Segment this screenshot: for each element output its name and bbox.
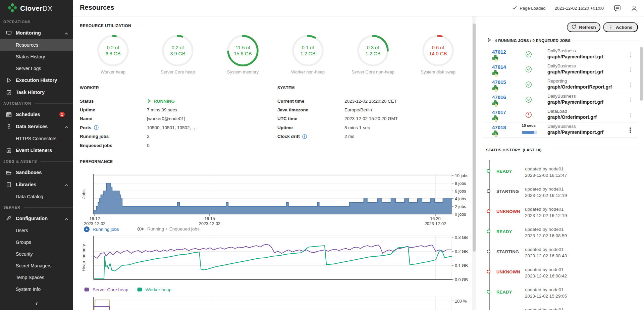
sidebar-item-schedules[interactable]: Schedules1 [0,108,73,120]
sidebar-item-configuration[interactable]: Configuration [0,212,73,224]
sidebar-item-status-history[interactable]: Status History [0,51,73,62]
info-row-utc-time: UTC time2023-12-02 15:20:20 GMT [277,114,398,123]
info-icon[interactable] [302,134,307,139]
status-updated-by: updated by node01 [525,287,564,292]
sidebar-item-temp-spaces[interactable]: Temp Spaces [0,271,73,283]
play-outline-green-icon [147,99,151,103]
sidebar-item-data-catalog[interactable]: Data Catalog [0,191,73,202]
info-row-running-jobs: Running jobs2 [80,132,150,141]
job-row-47015[interactable]: 47015 Reporting graph/OrderImportReport.… [483,77,637,92]
job-id-link[interactable]: 47014 [492,64,506,70]
status-updated-by: updated by node01 [525,267,564,272]
info-row-enqueued-jobs: Enqueued jobs0 [80,141,150,150]
sidebar-section-header: AUTOMATION [0,98,73,108]
sidebar-collapse-button[interactable]: ‹ [0,297,73,310]
job-id-link[interactable]: 47017 [492,109,506,115]
feedback-bubble-icon[interactable] [614,5,621,12]
sidebar-item-event-listeners[interactable]: Event Listeners [0,144,73,156]
sidebar-item-sandboxes[interactable]: Sandboxes [0,166,73,178]
status-updated-by: updated by node01 [525,227,564,232]
status-dot [487,270,490,273]
legend-item-server-core-heap[interactable]: Server Core heap [84,287,128,292]
sidebar-item-resources[interactable]: Resources [0,39,73,51]
panel-scrollbar-thumb[interactable] [640,47,643,101]
main-scrollbar-thumb[interactable] [473,23,476,252]
svg-text:100 %: 100 % [455,299,467,304]
actions-button[interactable]: ⋮ Actions [603,22,638,32]
sidebar-item-server-logs[interactable]: Server Logs [0,62,73,74]
gauge-system-disk-swap: 0.6 of14.0 GB System disk swap [416,35,460,78]
running-jobs-chart: 10 jobs8 jobs6 jobs4 jobs2 jobs0 jobs16:… [80,171,471,226]
job-menu-kebab-icon[interactable] [628,111,633,119]
sidebar-item-execution-history[interactable]: Execution History [0,74,73,86]
svg-text:2 jobs: 2 jobs [455,204,466,209]
job-row-47016[interactable]: 47016 DailyBusiness graph/PaymentImport.… [483,92,637,107]
job-row-47018[interactable]: 47018 10 secs DailyBusiness graph/Paymen… [483,122,637,138]
job-menu-kebab-icon[interactable] [628,66,633,73]
job-id-link[interactable]: 47012 [492,49,506,55]
job-path: graph/PaymentImport.grf [547,69,603,74]
data-services-icon [6,124,12,130]
gauge-server-core-heap: 0.2 of3.9 GB Server Core heap [156,35,200,78]
status-dot [487,290,490,294]
svg-text:6 jobs: 6 jobs [455,189,466,194]
sidebar-section-header: JOBS & ASSETS [0,156,73,166]
sidebar-item-security[interactable]: Security [0,248,73,260]
svg-text:16:20: 16:20 [430,216,440,221]
job-menu-kebab-icon[interactable] [628,51,633,58]
app-logo[interactable]: CloverDX [0,0,73,17]
sidebar-nav: OPERATIONSMonitoringResourcesStatus Hist… [0,17,73,295]
job-id-link[interactable]: 47016 [492,94,506,100]
job-row-47012[interactable]: 47012 DailyBusiness graph/PaymentImport.… [483,47,637,62]
sidebar-item-secret-managers[interactable]: Secret Managers [0,260,73,271]
success-circle-icon [525,66,532,74]
status-time: 2023-12-02 15:29:05 [525,294,567,299]
job-sandbox: DataLoad [547,109,567,114]
page-load-status: Page Loaded [512,6,545,11]
clover-job-icon [492,70,499,78]
sidebar-item-monitoring[interactable]: Monitoring [0,27,73,39]
sidebar-item-users[interactable]: Users [0,224,73,236]
svg-text:0 jobs: 0 jobs [455,212,466,217]
sidebar-item-libraries[interactable]: Libraries [0,178,73,191]
info-row-name: Name[worker0@node01] [80,114,185,123]
job-row-47017[interactable]: 47017 DataLoad graph/OrderImport.grf [483,107,637,122]
topbar-right: Page Loaded 2023-12-02 16:20 +01:00 [512,0,637,16]
success-circle-icon [525,96,532,104]
info-icon[interactable] [94,125,99,130]
topbar-timestamp: 2023-12-02 16:20 +01:00 [555,6,604,11]
job-sandbox: Reporting [547,79,567,84]
success-circle-icon [525,81,532,89]
refresh-button[interactable]: Refresh [567,22,600,32]
topbar: Resources Page Loaded 2023-12-02 16:20 +… [73,0,644,16]
gauge-label: Worker heap [91,69,135,74]
job-menu-kebab-icon[interactable] [628,126,633,134]
section-worker: WORKER [80,85,265,91]
job-menu-kebab-icon[interactable] [628,81,633,89]
job-id-link[interactable]: 47015 [492,79,506,85]
folder-icon [6,170,12,175]
check-icon [512,6,517,11]
legend-item-running-enqueued-jobs[interactable]: Running + Enqueued jobs [137,226,200,231]
job-id-link[interactable]: 47018 [492,124,506,130]
user-account-icon[interactable] [631,5,637,12]
status-updated-by: updated by node01 [525,207,564,212]
sidebar-item-groups[interactable]: Groups [0,236,73,248]
event-listener-icon [6,148,12,153]
sidebar-item-data-services[interactable]: Data Services [0,120,73,133]
status-label: READY [496,229,512,234]
legend-item-worker-heap[interactable]: Worker heap [137,287,171,292]
job-menu-kebab-icon[interactable] [628,96,633,104]
job-row-47014[interactable]: 47014 DailyBusiness graph/PaymentImport.… [483,62,637,77]
svg-text:8 jobs: 8 jobs [455,181,466,186]
clover-job-icon [492,131,499,138]
book-icon [6,182,12,188]
sidebar-item-https-connectors[interactable]: HTTPS Connectors [0,133,73,144]
sidebar-item-system-info[interactable]: System Info [0,283,73,295]
clipboard-icon [6,90,12,95]
page-title: Resources [80,4,114,11]
status-history-timeline [489,160,490,310]
status-history-header: STATUS HISTORY (LAST 10) [486,148,640,152]
sidebar-item-task-history[interactable]: Task History [0,86,73,98]
legend-item-running-jobs[interactable]: Running jobs [84,226,119,232]
